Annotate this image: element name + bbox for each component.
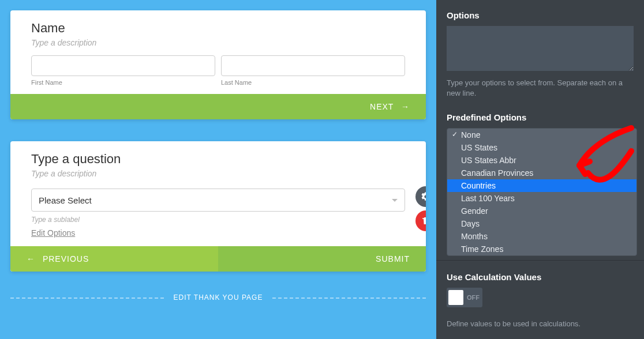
next-button[interactable]: NEXT →: [10, 94, 426, 119]
last-name-input[interactable]: [221, 55, 405, 76]
name-description[interactable]: Type a description: [31, 38, 405, 47]
submit-label: SUBMIT: [376, 254, 410, 263]
predefined-dropdown[interactable]: None US States US States Abbr Canadian P…: [447, 128, 637, 256]
predefined-option-us-states[interactable]: US States: [447, 141, 636, 154]
predefined-option-months[interactable]: Months: [447, 230, 636, 243]
question-title[interactable]: Type a question: [31, 152, 405, 167]
trash-icon: [421, 216, 426, 225]
edit-options-link[interactable]: Edit Options: [31, 228, 75, 238]
name-card: Name Type a description First Name Last …: [10, 10, 426, 119]
predefined-option-us-states-abbr[interactable]: US States Abbr: [447, 154, 636, 167]
previous-button[interactable]: ← PREVIOUS: [10, 246, 218, 272]
predefined-option-last-100-years[interactable]: Last 100 Years: [447, 192, 636, 205]
settings-sidebar: Options Type your options to select from…: [436, 0, 644, 339]
options-hint: Type your options to select from. Separa…: [447, 78, 634, 99]
toggle-handle: [448, 290, 463, 305]
predefined-option-none[interactable]: None: [447, 129, 636, 141]
arrow-right-icon: →: [401, 102, 410, 111]
options-heading: Options: [447, 10, 634, 20]
calc-values-hint: Define values to be used in calculations…: [447, 319, 634, 329]
delete-button[interactable]: [415, 210, 426, 231]
first-name-sublabel: First Name: [31, 79, 215, 86]
options-textarea[interactable]: [447, 26, 634, 71]
edit-thank-you-link[interactable]: EDIT THANK YOU PAGE: [10, 293, 426, 302]
chevron-down-icon: [392, 199, 398, 202]
gear-icon: [421, 191, 426, 202]
dropdown-value: Please Select: [39, 195, 92, 205]
form-builder-canvas: Name Type a description First Name Last …: [0, 0, 436, 339]
name-title: Name: [31, 21, 405, 36]
calc-values-toggle[interactable]: OFF: [447, 288, 482, 307]
predefined-option-time-zones[interactable]: Time Zones: [447, 243, 636, 255]
submit-button[interactable]: SUBMIT: [218, 246, 426, 272]
dropdown-sublabel[interactable]: Type a sublabel: [31, 216, 405, 224]
arrow-left-icon: ←: [27, 254, 35, 263]
predefined-heading: Predefined Options: [447, 112, 634, 122]
next-label: NEXT: [370, 102, 394, 111]
calc-values-heading: Use Calculation Values: [447, 272, 634, 282]
previous-label: PREVIOUS: [43, 254, 89, 263]
settings-button[interactable]: [415, 186, 426, 207]
predefined-option-days[interactable]: Days: [447, 217, 636, 230]
dropdown-select[interactable]: Please Select: [31, 189, 405, 212]
predefined-option-countries[interactable]: Countries: [447, 179, 636, 192]
last-name-sublabel: Last Name: [221, 79, 405, 86]
predefined-option-gender[interactable]: Gender: [447, 205, 636, 217]
first-name-input[interactable]: [31, 55, 215, 76]
predefined-option-canadian-provinces[interactable]: Canadian Provinces: [447, 167, 636, 179]
dropdown-question-card[interactable]: Type a question Type a description Pleas…: [10, 141, 426, 272]
question-description[interactable]: Type a description: [31, 169, 405, 178]
toggle-label: OFF: [467, 294, 480, 301]
